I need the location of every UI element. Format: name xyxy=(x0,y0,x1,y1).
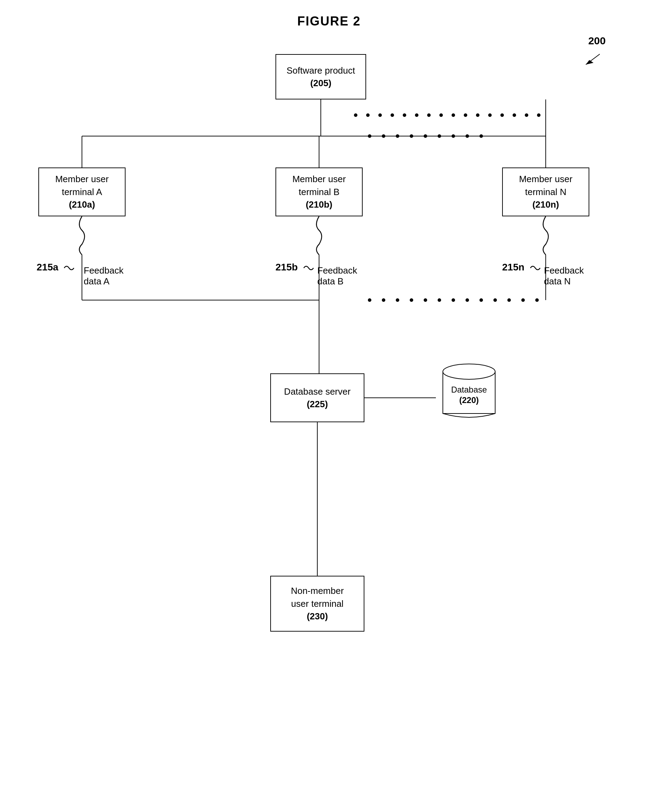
db-server-ref: (225) xyxy=(307,398,328,410)
svg-point-12 xyxy=(438,134,441,138)
feedback-b-line1: Feedback xyxy=(317,265,357,276)
svg-point-8 xyxy=(382,134,385,138)
svg-point-44 xyxy=(479,298,483,302)
svg-point-27 xyxy=(488,113,492,117)
terminal-b-ref: (210b) xyxy=(306,198,333,211)
terminal-a-box: Member user terminal A (210a) xyxy=(38,168,125,216)
terminal-a-ref: (210a) xyxy=(69,198,95,211)
terminal-a-label2: terminal A xyxy=(62,185,102,198)
svg-point-30 xyxy=(525,113,528,117)
svg-point-16 xyxy=(354,113,357,117)
svg-point-41 xyxy=(438,298,441,302)
svg-point-39 xyxy=(410,298,413,302)
db-server-box: Database server (225) xyxy=(270,373,364,422)
svg-point-40 xyxy=(424,298,427,302)
terminal-b-label1: Member user xyxy=(292,173,346,185)
feedback-n-ref-label: 215n xyxy=(502,262,542,273)
svg-point-28 xyxy=(500,113,504,117)
terminal-n-label1: Member user xyxy=(519,173,572,185)
figure-title: FIGURE 2 xyxy=(0,14,658,28)
svg-point-21 xyxy=(415,113,418,117)
software-product-ref: (205) xyxy=(310,77,332,90)
terminal-n-box: Member user terminal N (210n) xyxy=(502,168,589,216)
svg-point-43 xyxy=(465,298,469,302)
terminal-b-box: Member user terminal B (210b) xyxy=(276,168,363,216)
feedback-a-text: Feedback data A xyxy=(84,265,124,287)
svg-point-10 xyxy=(410,134,413,138)
svg-point-46 xyxy=(508,298,511,302)
feedback-b-ref: 215b xyxy=(276,262,298,273)
software-product-box: Software product (205) xyxy=(276,54,366,99)
database-cylinder: Database (220) xyxy=(436,358,502,422)
nonmember-label2: user terminal xyxy=(291,597,343,610)
svg-point-14 xyxy=(465,134,469,138)
svg-point-20 xyxy=(403,113,406,117)
svg-point-45 xyxy=(494,298,497,302)
nonmember-label1: Non-member xyxy=(291,584,344,597)
svg-point-22 xyxy=(427,113,431,117)
svg-point-54 xyxy=(443,364,495,379)
svg-line-0 xyxy=(586,54,600,64)
diagram-container: FIGURE 2 200 xyxy=(0,0,658,812)
db-server-label: Database server xyxy=(284,385,351,398)
svg-point-25 xyxy=(464,113,467,117)
terminal-n-label2: terminal N xyxy=(525,185,566,198)
terminal-b-label2: terminal B xyxy=(299,185,339,198)
svg-point-42 xyxy=(451,298,455,302)
feedback-n-line1: Feedback xyxy=(544,265,584,276)
nonmember-terminal-box: Non-member user terminal (230) xyxy=(270,576,364,631)
svg-point-7 xyxy=(368,134,371,138)
terminal-a-label1: Member user xyxy=(55,173,108,185)
svg-point-15 xyxy=(479,134,483,138)
feedback-n-line2: data N xyxy=(544,276,571,286)
feedback-a-line1: Feedback xyxy=(84,265,124,276)
database-svg: Database (220) xyxy=(436,358,502,422)
feedback-b-ref-label: 215b xyxy=(276,262,316,273)
software-product-label: Software product xyxy=(287,64,355,77)
svg-point-47 xyxy=(521,298,525,302)
svg-point-23 xyxy=(439,113,443,117)
svg-point-18 xyxy=(378,113,382,117)
feedback-n-text: Feedback data N xyxy=(544,265,584,287)
svg-text:(220): (220) xyxy=(459,395,479,405)
svg-point-17 xyxy=(366,113,370,117)
svg-point-11 xyxy=(424,134,427,138)
svg-point-24 xyxy=(451,113,455,117)
ref-200: 200 xyxy=(588,35,606,47)
svg-point-26 xyxy=(476,113,479,117)
svg-text:Database: Database xyxy=(451,385,487,394)
svg-point-29 xyxy=(512,113,516,117)
feedback-b-line2: data B xyxy=(317,276,343,286)
terminal-n-ref: (210n) xyxy=(533,198,559,211)
nonmember-ref: (230) xyxy=(307,610,328,622)
feedback-b-text: Feedback data B xyxy=(317,265,357,287)
feedback-a-ref-label: 215a xyxy=(37,262,76,273)
svg-point-37 xyxy=(382,298,385,302)
svg-point-31 xyxy=(537,113,540,117)
svg-point-48 xyxy=(535,298,539,302)
svg-point-19 xyxy=(390,113,394,117)
feedback-a-line2: data A xyxy=(84,276,110,286)
svg-point-9 xyxy=(396,134,399,138)
svg-point-13 xyxy=(451,134,455,138)
svg-point-38 xyxy=(396,298,399,302)
svg-marker-1 xyxy=(586,60,594,64)
feedback-n-ref: 215n xyxy=(502,262,525,273)
svg-point-36 xyxy=(368,298,371,302)
feedback-a-ref: 215a xyxy=(37,262,58,273)
